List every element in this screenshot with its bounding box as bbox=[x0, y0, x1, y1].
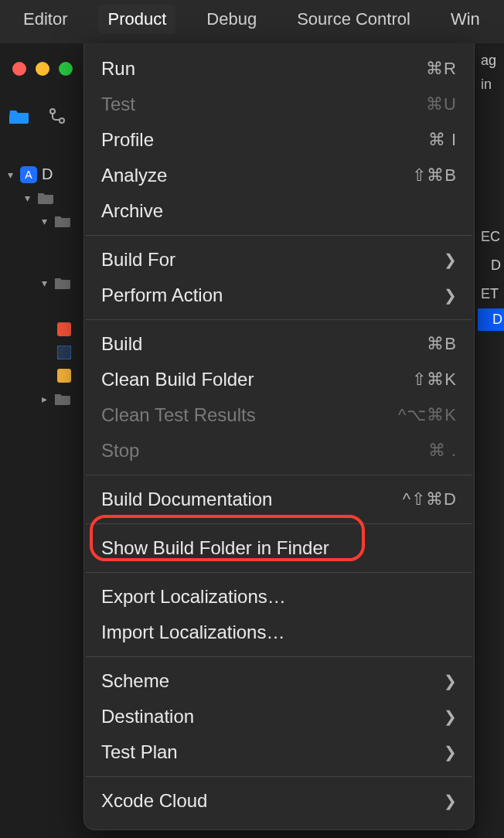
nav-root[interactable]: ▾ A D bbox=[5, 162, 82, 186]
menu-item-import-localizations[interactable]: Import Localizations… bbox=[84, 615, 474, 650]
nav-file-2[interactable] bbox=[5, 341, 82, 364]
folder-icon bbox=[54, 390, 71, 407]
menu-item-shortcut: ⇧⌘B bbox=[412, 165, 457, 186]
svg-text:A: A bbox=[25, 169, 32, 181]
menu-item-shortcut: ⌘ . bbox=[428, 441, 457, 461]
menu-item-build-documentation[interactable]: Build Documentation ^⇧⌘D bbox=[84, 482, 474, 517]
nav-swift-file-1[interactable] bbox=[5, 318, 82, 341]
menu-item-shortcut: ^⇧⌘D bbox=[403, 489, 457, 509]
menu-separator bbox=[86, 776, 472, 777]
menu-item-label: Destination bbox=[101, 706, 444, 727]
menu-separator bbox=[86, 572, 472, 573]
product-menu: Run ⌘R Test ⌘U Profile ⌘ I Analyze ⇧⌘B A… bbox=[83, 43, 475, 830]
menu-item-label: Clean Build Folder bbox=[101, 369, 412, 390]
menu-separator bbox=[86, 656, 472, 657]
menu-item-scheme[interactable]: Scheme ❯ bbox=[84, 663, 474, 699]
chevron-right-icon: ❯ bbox=[444, 792, 457, 810]
window-controls bbox=[12, 62, 73, 76]
menu-item-label: Export Localizations… bbox=[101, 586, 457, 608]
minimize-window-button[interactable] bbox=[36, 62, 49, 76]
menu-item-shortcut: ⇧⌘K bbox=[412, 370, 457, 390]
right-label: D bbox=[478, 251, 504, 280]
menu-item-shortcut: ⌘B bbox=[427, 334, 457, 354]
menubar-item-source-control[interactable]: Source Control bbox=[288, 5, 420, 34]
menubar: Editor Product Debug Source Control Win bbox=[0, 0, 504, 43]
menu-item-shortcut: ^⌥⌘K bbox=[398, 405, 457, 425]
menu-item-label: Analyze bbox=[101, 165, 412, 186]
chevron-down-icon: ▾ bbox=[5, 169, 15, 181]
folder-icon[interactable] bbox=[9, 108, 29, 124]
menu-item-clean-build-folder[interactable]: Clean Build Folder ⇧⌘K bbox=[84, 362, 474, 397]
app-icon: A bbox=[20, 166, 37, 183]
menubar-item-editor[interactable]: Editor bbox=[14, 5, 77, 34]
menu-item-label: Xcode Cloud bbox=[101, 790, 444, 812]
menu-item-clean-test-results: Clean Test Results ^⌥⌘K bbox=[84, 397, 474, 433]
chevron-right-icon: ❯ bbox=[444, 743, 457, 761]
folder-icon bbox=[54, 274, 71, 291]
menu-item-label: Perform Action bbox=[101, 284, 444, 306]
menu-item-run[interactable]: Run ⌘R bbox=[84, 51, 474, 87]
menu-item-test: Test ⌘U bbox=[84, 87, 474, 122]
chevron-down-icon: ▾ bbox=[39, 215, 49, 227]
menubar-item-window[interactable]: Win bbox=[441, 5, 489, 34]
chevron-down-icon: ▾ bbox=[39, 277, 49, 289]
menu-item-analyze[interactable]: Analyze ⇧⌘B bbox=[84, 158, 474, 193]
menu-item-label: Import Localizations… bbox=[101, 622, 457, 643]
menu-item-label: Build Documentation bbox=[101, 489, 403, 510]
menu-item-perform-action[interactable]: Perform Action ❯ bbox=[84, 278, 474, 313]
file-icon bbox=[56, 344, 73, 361]
svg-point-1 bbox=[60, 118, 64, 123]
menu-item-archive[interactable]: Archive bbox=[84, 193, 474, 229]
close-window-button[interactable] bbox=[12, 62, 26, 76]
svg-rect-6 bbox=[57, 369, 71, 383]
nav-folder-3[interactable]: ▾ bbox=[5, 271, 82, 295]
menu-item-profile[interactable]: Profile ⌘ I bbox=[84, 122, 474, 158]
folder-icon bbox=[54, 213, 71, 230]
menubar-item-debug[interactable]: Debug bbox=[197, 5, 266, 34]
chevron-down-icon: ▾ bbox=[22, 192, 32, 204]
nav-folder-4[interactable]: ▸ bbox=[5, 387, 82, 410]
svg-point-0 bbox=[50, 109, 55, 114]
menu-separator bbox=[86, 523, 472, 524]
nav-swift-file-3[interactable] bbox=[5, 364, 82, 387]
nav-folder-1[interactable]: ▾ bbox=[5, 186, 82, 210]
chevron-right-icon: ▸ bbox=[39, 393, 49, 405]
chevron-right-icon: ❯ bbox=[444, 286, 457, 305]
editor-right-edge: ag in EC D ET D bbox=[478, 46, 504, 838]
chevron-right-icon: ❯ bbox=[444, 707, 457, 726]
menu-item-stop: Stop ⌘ . bbox=[84, 433, 474, 468]
menu-item-build-for[interactable]: Build For ❯ bbox=[84, 242, 474, 278]
menu-item-shortcut: ⌘R bbox=[426, 59, 457, 79]
menu-item-label: Clean Test Results bbox=[101, 404, 398, 426]
menu-separator bbox=[86, 235, 472, 236]
menubar-item-product[interactable]: Product bbox=[98, 5, 175, 34]
swift-file-icon bbox=[56, 367, 73, 384]
swift-file-icon bbox=[56, 321, 73, 338]
menu-item-build[interactable]: Build ⌘B bbox=[84, 326, 474, 362]
menu-item-show-build-folder-in-finder[interactable]: Show Build Folder in Finder bbox=[84, 530, 474, 566]
menu-separator bbox=[86, 319, 472, 320]
menu-item-label: Scheme bbox=[101, 670, 444, 692]
menu-item-label: Profile bbox=[101, 129, 428, 151]
source-control-icon[interactable] bbox=[48, 107, 66, 125]
menu-item-label: Show Build Folder in Finder bbox=[101, 537, 457, 559]
right-label: ET bbox=[478, 280, 504, 308]
right-label: in bbox=[478, 70, 504, 99]
navigator-toolbar bbox=[9, 107, 66, 125]
right-label: EC bbox=[478, 223, 504, 251]
right-label-selected[interactable]: D bbox=[478, 308, 504, 331]
menu-item-destination[interactable]: Destination ❯ bbox=[84, 699, 474, 734]
menu-item-xcode-cloud[interactable]: Xcode Cloud ❯ bbox=[84, 783, 474, 819]
menu-item-label: Test Plan bbox=[101, 741, 444, 763]
svg-rect-4 bbox=[57, 322, 71, 336]
chevron-right-icon: ❯ bbox=[444, 672, 457, 690]
menu-item-label: Archive bbox=[101, 200, 457, 222]
menu-item-label: Stop bbox=[101, 440, 428, 462]
menu-item-export-localizations[interactable]: Export Localizations… bbox=[84, 579, 474, 615]
menu-item-test-plan[interactable]: Test Plan ❯ bbox=[84, 734, 474, 770]
menu-item-shortcut: ⌘ I bbox=[428, 130, 457, 150]
nav-folder-2[interactable]: ▾ bbox=[5, 210, 82, 233]
zoom-window-button[interactable] bbox=[59, 62, 73, 76]
project-navigator: ▾ A D ▾ ▾ ▾ ▸ bbox=[5, 162, 82, 410]
menu-item-label: Build bbox=[101, 333, 427, 355]
